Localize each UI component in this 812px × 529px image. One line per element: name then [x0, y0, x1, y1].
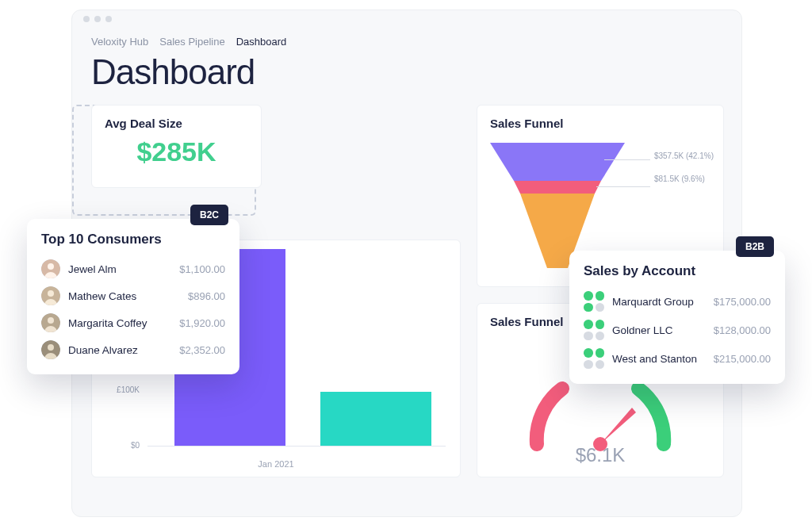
bar-series-b	[320, 392, 431, 446]
card-title: Avg Deal Size	[92, 105, 261, 135]
list-item[interactable]: West and Stanton $215,000.00	[584, 344, 771, 373]
card-title: Sales Funnel	[477, 105, 723, 135]
badge-b2b: B2B	[736, 236, 774, 257]
gauge-value: $6.1K	[477, 444, 723, 466]
consumer-name: Mathew Cates	[68, 290, 180, 302]
leader-line	[596, 186, 650, 187]
list-item[interactable]: Goldner LLC $128,000.00	[584, 316, 771, 344]
svg-point-8	[48, 290, 54, 297]
funnel-chart-icon	[482, 135, 633, 270]
consumer-amount: $1,100.00	[179, 263, 225, 275]
list-item[interactable]: Marquardt Group $175,000.00	[584, 287, 771, 316]
account-name: Goldner LLC	[612, 324, 706, 336]
breadcrumb-current: Dashboard	[236, 36, 287, 48]
list-item[interactable]: Duane Alvarez $2,352.00	[41, 336, 225, 363]
status-quad-icon	[584, 320, 604, 340]
list-item[interactable]: Jewel Alm $1,100.00	[41, 255, 225, 282]
account-name: Marquardt Group	[612, 296, 706, 308]
traffic-light-icon	[105, 16, 112, 22]
breadcrumb: Veloxity Hub Sales Pipeline Dashboard	[72, 28, 741, 48]
y-tick: £100K	[100, 385, 140, 394]
consumer-amount: $2,352.00	[179, 344, 225, 356]
x-axis-label: Jan 2021	[92, 459, 460, 469]
consumer-amount: $896.00	[188, 290, 225, 302]
consumer-name: Jewel Alm	[68, 263, 171, 275]
svg-point-12	[48, 344, 54, 351]
list-item[interactable]: Margarita Coffey $1,920.00	[41, 309, 225, 336]
traffic-light-icon	[94, 16, 101, 22]
consumer-name: Margarita Coffey	[68, 317, 171, 329]
card-sales-by-account[interactable]: B2B Sales by Account Marquardt Group $17…	[569, 251, 785, 384]
funnel-legend: $357.5K (42.1%) $81.5K (9.6%)	[654, 151, 714, 197]
funnel-stage-label: $81.5K (9.6%)	[654, 174, 714, 183]
list-item[interactable]: Mathew Cates $896.00	[41, 282, 225, 309]
card-top-consumers[interactable]: B2C Top 10 Consumers Jewel Alm $1,100.00…	[27, 219, 239, 374]
breadcrumb-section[interactable]: Sales Pipeline	[159, 36, 224, 48]
account-amount: $215,000.00	[714, 353, 771, 365]
breadcrumb-app[interactable]: Veloxity Hub	[91, 36, 148, 48]
page-title: Dashboard	[72, 48, 741, 105]
avatar	[41, 340, 60, 359]
status-quad-icon	[584, 291, 604, 312]
card-avg-deal-size[interactable]: Avg Deal Size $285K	[91, 105, 262, 188]
svg-point-10	[48, 317, 54, 324]
avatar	[41, 286, 60, 305]
y-tick: $0	[100, 441, 140, 450]
avg-deal-value: $285K	[92, 135, 261, 167]
badge-b2c: B2C	[190, 205, 228, 225]
leader-line	[604, 159, 650, 160]
avatar	[41, 313, 60, 332]
window-titlebar	[72, 10, 741, 28]
card-title: Sales by Account	[584, 263, 771, 279]
traffic-light-icon	[83, 16, 90, 22]
account-name: West and Stanton	[612, 353, 706, 365]
funnel-stage-label: $357.5K (42.1%)	[654, 151, 714, 160]
consumer-amount: $1,920.00	[179, 317, 225, 329]
avatar	[41, 259, 60, 278]
svg-marker-0	[490, 143, 625, 181]
svg-marker-1	[514, 181, 601, 194]
status-quad-icon	[584, 348, 604, 369]
account-amount: $175,000.00	[714, 296, 771, 308]
svg-point-6	[48, 263, 54, 270]
account-amount: $128,000.00	[714, 324, 771, 336]
consumer-name: Duane Alvarez	[68, 344, 171, 356]
svg-marker-4	[600, 408, 636, 444]
card-title: Top 10 Consumers	[41, 232, 225, 247]
